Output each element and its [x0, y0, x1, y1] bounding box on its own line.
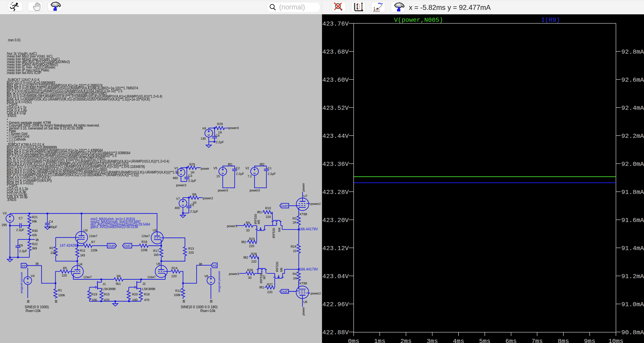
svg-text:R16: R16 [142, 240, 147, 244]
svg-text:C4: C4 [49, 220, 53, 223]
svg-text:IRF530: IRF530 [272, 228, 276, 238]
svg-text:220: 220 [267, 290, 272, 294]
svg-text:power2: power2 [203, 196, 213, 200]
svg-text:470: 470 [104, 298, 109, 302]
svg-text:R17: R17 [153, 249, 159, 252]
svg-text:423.52V: 423.52V [322, 104, 349, 112]
svg-text:423.28V: 423.28V [322, 189, 349, 196]
svg-text:lift2: lift2 [242, 240, 246, 244]
svg-text:91.0mA: 91.0mA [621, 301, 644, 308]
svg-text:KT88: KT88 [300, 282, 307, 285]
svg-text:2.2µF: 2.2µF [190, 210, 198, 213]
svg-text:100: 100 [92, 298, 97, 302]
svg-text:2.2µF: 2.2µF [236, 172, 244, 176]
svg-text:220: 220 [251, 260, 256, 263]
svg-text:220: 220 [50, 251, 56, 254]
svg-text:J1: J1 [102, 282, 106, 286]
svg-text:220: 220 [171, 274, 176, 278]
svg-text:lift2: lift2 [260, 162, 264, 166]
svg-text:R2: R2 [50, 246, 54, 250]
svg-text:3ms: 3ms [427, 338, 438, 343]
svg-text:.ENDS: .ENDS [7, 114, 16, 118]
svg-text:Rser=10k: Rser=10k [26, 309, 41, 313]
svg-text:входной разъем: входной разъем [217, 271, 221, 292]
svg-text:C2: C2 [236, 166, 240, 170]
svg-text:power3: power3 [218, 188, 228, 192]
svg-text:10ms: 10ms [608, 338, 623, 343]
svg-text:100µF: 100µF [48, 225, 57, 229]
svg-text:(normal): (normal) [279, 3, 305, 11]
svg-text:OutC: OutC [124, 244, 131, 248]
svg-text:M5: M5 [257, 220, 260, 224]
svg-text:Rser=10k: Rser=10k [200, 309, 215, 313]
svg-text:U8: U8 [303, 300, 307, 304]
svg-text:2.2µF: 2.2µF [16, 228, 24, 232]
svg-text:lift: lift [210, 300, 213, 303]
svg-text:92.2mA: 92.2mA [621, 133, 644, 140]
svg-text:power3: power3 [228, 126, 239, 130]
svg-text:400: 400 [175, 206, 180, 210]
svg-text:423.44V: 423.44V [322, 133, 349, 140]
svg-text:R24: R24 [290, 245, 296, 248]
svg-text:R26: R26 [247, 268, 253, 272]
svg-text:R29: R29 [217, 122, 223, 126]
svg-text:R30: R30 [32, 229, 38, 232]
svg-text:1R: 1R [292, 221, 296, 224]
svg-text:295: 295 [2, 223, 7, 227]
svg-text:100k: 100k [58, 294, 65, 297]
svg-text:R7: R7 [91, 240, 95, 244]
svg-text:x = -5.82ms: x = -5.82ms [409, 4, 446, 12]
svg-text:33: 33 [248, 276, 252, 280]
svg-text:InC: InC [212, 264, 217, 267]
svg-text:gain2: AVG(mout2/min2)=30.0138: gain2: AVG(mout2/min2)=30.0138 [90, 225, 138, 229]
svg-text:R1: R1 [58, 288, 62, 292]
svg-text:33: 33 [246, 228, 250, 232]
svg-text:* Version 3.10, Generated on S: * Version 3.10, Generated on Sat Mar 8 2… [7, 126, 83, 130]
svg-text:M7: M7 [262, 275, 266, 280]
svg-text:R10: R10 [265, 206, 271, 210]
svg-text:C3: C3 [188, 174, 192, 178]
svg-text:220k: 220k [141, 248, 148, 252]
svg-text:423.04V: 423.04V [322, 273, 349, 280]
svg-text:lift1: lift1 [259, 286, 264, 289]
svg-text:R4: R4 [292, 272, 297, 276]
svg-text:R28: R28 [251, 252, 257, 256]
svg-text:92.6mA: 92.6mA [621, 76, 644, 84]
svg-text:lift: lift [54, 300, 58, 303]
svg-text:power3: power3 [229, 272, 239, 276]
svg-text:R8: R8 [192, 192, 196, 196]
svg-text:.tran 0.01: .tran 0.01 [8, 38, 21, 42]
svg-text:U4: U4 [78, 262, 82, 266]
svg-text:lift2: lift2 [244, 256, 248, 259]
svg-text:5k1: 5k1 [116, 282, 121, 286]
svg-text:100k: 100k [174, 293, 181, 297]
svg-text:422.88V: 422.88V [322, 329, 349, 336]
svg-text:R20: R20 [132, 292, 138, 296]
svg-text:V3: V3 [3, 212, 6, 215]
svg-text:423.20V: 423.20V [322, 217, 349, 224]
svg-text:423.36V: 423.36V [322, 161, 349, 168]
svg-text:8ms: 8ms [558, 338, 569, 343]
svg-text:C7: C7 [19, 216, 23, 220]
svg-text:423.12V: 423.12V [322, 245, 349, 252]
svg-text:91.6mA: 91.6mA [621, 217, 644, 224]
svg-text:V6: V6 [204, 274, 208, 278]
svg-text:V2: V2 [245, 166, 249, 170]
svg-text:InH: InH [22, 264, 27, 268]
svg-text:10: 10 [293, 249, 296, 253]
svg-text:1k5: 1k5 [80, 254, 85, 257]
svg-text:1ms: 1ms [374, 338, 385, 343]
svg-text:100: 100 [132, 298, 138, 302]
svg-text:R3: R3 [292, 216, 296, 220]
svg-text:R22: R22 [32, 242, 38, 246]
svg-text:92.4mA: 92.4mA [621, 104, 644, 112]
svg-text:R13: R13 [188, 247, 194, 250]
svg-text:KT88: KT88 [300, 212, 307, 216]
svg-text:91.8mA: 91.8mA [621, 189, 644, 196]
svg-text:460: 460 [173, 176, 178, 180]
svg-text:C1: C1 [268, 166, 272, 170]
svg-text:lift: lift [36, 238, 39, 242]
svg-text:V7: V7 [176, 197, 180, 200]
svg-text:power: power [201, 167, 209, 170]
svg-text:0ms: 0ms [348, 338, 359, 343]
